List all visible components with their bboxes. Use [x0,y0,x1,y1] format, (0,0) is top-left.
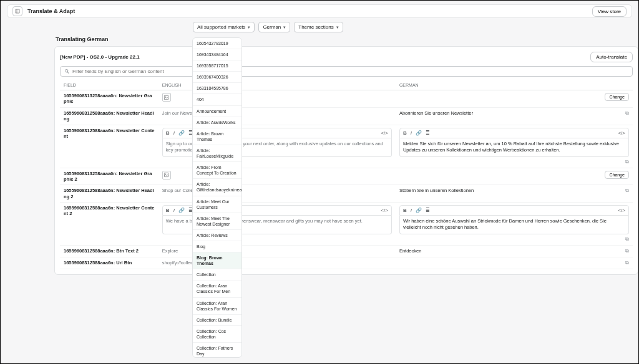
table-row: 16559608312588aaa6n: Url Btnshopify://co… [60,257,633,269]
col-field: FIELD [60,80,159,90]
bold-icon: B [166,130,170,136]
rte-content[interactable]: Wir haben eine schöne Auswahl an Strickm… [399,216,629,234]
copy-icon[interactable]: ⧉ [625,248,629,254]
filter-markets[interactable]: All supported markets [193,22,255,32]
sidebar-item[interactable]: 1633104595786 [193,83,241,94]
sidebar-item[interactable]: Collection [193,269,241,280]
col-german: GERMAN [396,80,633,90]
link-icon: 🔗 [178,130,185,136]
sidebar-item[interactable]: Article: From Concept To Creation [193,162,241,179]
bold-icon: B [403,130,407,136]
sidebar-item[interactable]: Article: GiftIrelandsaoyekrúnead [193,179,241,196]
sidebar-item[interactable]: 1693433484164 [193,49,241,60]
sidebar-item[interactable]: Article: FairLooseMixguide [193,145,241,162]
table-row: 16559608312588aaa6n: Newsletter HeadingJ… [60,107,633,125]
sidebar-item[interactable]: Collection: Aran Classics For Men [193,280,241,297]
table-row: 16559608313258aaaa6n: Newsletter Graphic… [60,168,633,185]
change-button[interactable]: Change [605,93,629,101]
field-label: 16559608312588aaa6n: Newsletter Content [64,128,155,140]
filter-scope[interactable]: Theme sections [294,22,343,32]
field-label: 16559608312588aaa6n: Newsletter Content … [64,205,155,217]
change-button[interactable]: Change [605,171,629,179]
image-placeholder-icon [162,171,171,180]
sidebar-item[interactable]: 1693967400326 [193,72,241,83]
sidebar-item[interactable]: 1693558717015 [193,60,241,72]
code-icon: </> [618,208,625,213]
table-row: 16559608312588aaa6n: Newsletter Heading … [60,185,633,203]
code-icon: </> [618,130,625,136]
table-row: 16559608312588aaa6n: Newsletter ContentB… [60,125,633,168]
field-label: 16559608313258aaaa6n: Newsletter Graphic… [64,171,155,183]
copy-icon[interactable]: ⧉ [625,188,629,194]
copy-icon[interactable]: ⧉ [625,236,629,242]
sidebar-item[interactable]: Collection: Fathers Day [193,343,241,358]
sidebar-item[interactable]: 404 [193,94,241,105]
german-text[interactable]: Abonnieren Sie unseren Newsletter [399,110,473,116]
list-icon: ≣ [426,130,430,136]
auto-translate-button[interactable]: Auto-translate [590,52,633,62]
italic-icon: I [411,130,412,136]
sidebar-item[interactable]: Article: AranisWorks [193,117,241,128]
field-label: 16559608312588aaa6n: Url Btn [64,260,155,266]
filter-bar: All supported markets German Theme secti… [1,18,638,36]
italic-icon: I [411,208,412,213]
rte-toolbar[interactable]: BI🔗≣</> [399,205,629,216]
copy-icon[interactable]: ⧉ [625,159,629,165]
list-icon: ≣ [426,208,430,213]
link-icon: 🔗 [416,130,422,136]
sidebar-item[interactable]: Announcement [193,106,241,117]
search-input[interactable] [72,69,628,74]
sidebar-item[interactable]: Article: Meet Our Customers [193,196,241,213]
link-icon: 🔗 [178,208,185,213]
svg-point-1 [165,174,166,175]
italic-icon: I [173,130,175,136]
fields-table: FIELD ENGLISH GERMAN 16559608313258aaaa6… [60,80,633,269]
filter-language[interactable]: German [258,22,290,32]
resource-sidebar[interactable]: 1605432783019169343348416416935587170151… [192,37,242,358]
field-label: 16559608312588aaa6n: Newsletter Heading … [64,188,155,199]
bold-icon: B [403,208,407,213]
code-icon: </> [381,208,388,213]
german-text[interactable]: Stöbern Sie in unseren Kollektionen [399,188,474,193]
sidebar-item[interactable]: Article: Reviews [193,230,241,241]
english-text: Explore [162,248,178,254]
table-row: 16559608312588aaa6n: Btn Text 2ExploreEn… [60,246,633,257]
sidebar-item[interactable]: Article: Brown Thomas [193,128,241,145]
rte-toolbar[interactable]: BI🔗≣</> [399,128,629,138]
field-label: 16559608312588aaa6n: Newsletter Heading [64,110,155,122]
copy-icon[interactable]: ⧉ [625,110,629,117]
topbar: Translate & Adapt View store [7,4,632,18]
sidebar-item[interactable]: Collection: Aran Classics For Women [193,298,241,315]
copy-icon[interactable]: ⧉ [625,260,629,266]
table-row: 16559608312588aaa6n: Newsletter Content … [60,203,633,246]
table-row: 16559608313258aaaa6n: Newsletter Graphic… [60,90,633,108]
rte-content[interactable]: Melden Sie sich für unseren Newsletter a… [399,138,629,157]
field-label: 16559608312588aaa6n: Btn Text 2 [64,248,155,254]
sidebar-item[interactable]: Collection: Cos Collection [193,326,241,343]
search-icon [64,69,70,74]
search-field[interactable] [60,66,633,77]
german-text[interactable]: Entdecken [399,248,421,254]
breadcrumb: Translating German [56,36,638,42]
italic-icon: I [173,208,175,213]
app-title: Translate & Adapt [27,8,75,14]
code-icon: </> [381,130,388,136]
translation-panel: [New PDP] - OS2.0 - Upgrade 22.1 Auto-tr… [54,46,638,275]
sidebar-item[interactable]: Blog [193,241,241,252]
sidebar-toggle-icon[interactable] [12,6,22,16]
bold-icon: B [166,208,170,213]
sidebar-item[interactable]: Collection: Bundle [193,315,241,326]
sidebar-item[interactable]: 1605432783019 [193,38,241,49]
link-icon: 🔗 [416,208,422,213]
image-placeholder-icon [162,93,171,102]
sidebar-item[interactable]: Article: Meet The Newest Designer [193,213,241,230]
panel-title: [New PDP] - OS2.0 - Upgrade 22.1 [60,54,140,60]
view-store-button[interactable]: View store [592,6,627,17]
sidebar-item[interactable]: Blog: Brown Thomas [193,252,241,269]
field-label: 16559608313258aaaa6n: Newsletter Graphic [64,93,155,105]
svg-point-0 [165,96,166,97]
